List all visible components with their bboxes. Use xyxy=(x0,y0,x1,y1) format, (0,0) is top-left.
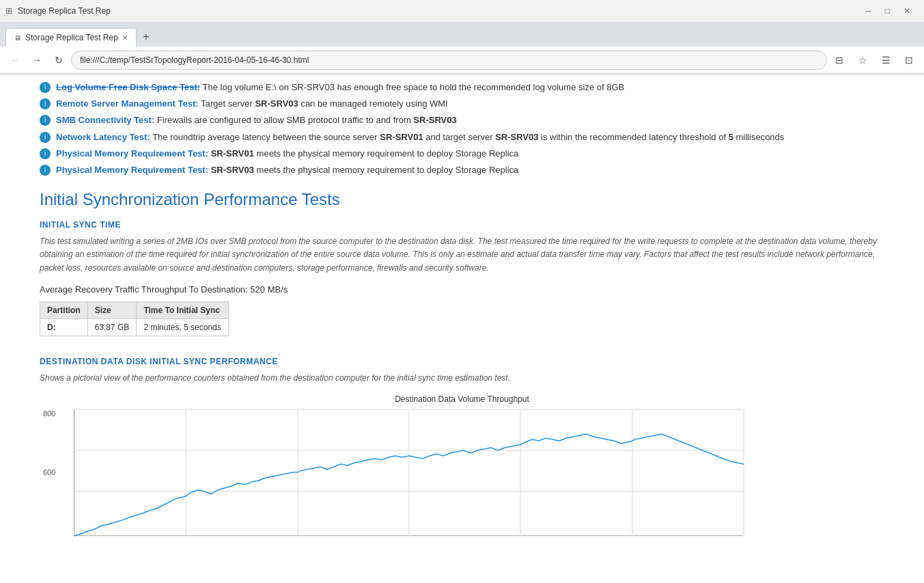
info-icon-2: i xyxy=(40,115,51,126)
subsection-initial-sync: INITIAL SYNC TIME xyxy=(40,220,884,230)
info-icon-5: i xyxy=(40,165,51,176)
address-bar[interactable]: file:///C:/temp/TestSrTopologyReport-201… xyxy=(71,51,827,70)
notif-label-5: Physical Memory Requirement Test: xyxy=(56,165,208,175)
notification-remote-server: i Remote Server Management Test: Target … xyxy=(40,98,884,110)
notif-label-2: SMB Connectivity Test: xyxy=(56,115,154,125)
notif-label-3: Network Latency Test: xyxy=(56,132,150,142)
dest-description: Shows a pictorial view of the performanc… xyxy=(40,372,884,385)
close-btn[interactable]: ✕ xyxy=(904,6,910,16)
col-time: Time To Initial Sync xyxy=(137,301,228,318)
browser-chrome: ⊞ Storage Replica Test Rep ─ □ ✕ 🖥 Stora… xyxy=(0,0,924,74)
notif-text-3: Network Latency Test: The roundtrip aver… xyxy=(56,131,784,144)
notif-text-1: Remote Server Management Test: Target se… xyxy=(56,98,448,110)
section-heading: Initial Synchronization Performance Test… xyxy=(40,190,884,209)
title-bar: ⊞ Storage Replica Test Rep ─ □ ✕ xyxy=(0,0,924,22)
tab-title: Storage Replica Test Rep xyxy=(25,33,118,42)
cell-partition: D: xyxy=(40,318,88,336)
chart-container: Destination Data Volume Throughput 800 6… xyxy=(40,394,884,538)
col-partition: Partition xyxy=(40,301,88,318)
subsection-dest: DESTINATION DATA DISK INITIAL SYNC PERFO… xyxy=(40,357,884,366)
tab-bar: 🖥 Storage Replica Test Rep ✕ + xyxy=(0,22,924,46)
extensions-icon[interactable]: ⊡ xyxy=(899,51,919,70)
notif-text-5: Physical Memory Requirement Test: SR-SRV… xyxy=(56,164,518,176)
minimize-btn[interactable]: ─ xyxy=(865,6,871,16)
cell-size: 63.87 GB xyxy=(87,318,137,336)
refresh-button[interactable]: ↻ xyxy=(49,51,68,70)
sync-description: This test simulated writing a series of … xyxy=(40,235,884,275)
notif-label-0: Log Volume Free Disk Space Test: xyxy=(56,82,200,92)
notification-latency: i Network Latency Test: The roundtrip av… xyxy=(40,131,884,144)
info-icon-3: i xyxy=(40,132,51,143)
notif-text-2: SMB Connectivity Test: Firewalls are con… xyxy=(56,114,457,126)
nav-bar: ← → ↻ file:///C:/temp/TestSrTopologyRepo… xyxy=(0,46,924,74)
throughput-label: Average Recovery Traffic Throughput To D… xyxy=(40,284,884,295)
info-icon-0: i xyxy=(40,82,51,93)
notifications-section: i Log Volume Free Disk Space Test: The l… xyxy=(40,74,884,176)
info-icon-1: i xyxy=(40,98,51,109)
page-content: i Log Volume Free Disk Space Test: The l… xyxy=(0,74,924,583)
table-header-row: Partition Size Time To Initial Sync xyxy=(40,301,229,318)
toolbar-icons: ⊟ ☆ ☰ ⊡ xyxy=(830,51,919,70)
reader-view-icon[interactable]: ⊟ xyxy=(830,51,849,70)
active-tab[interactable]: 🖥 Storage Replica Test Rep ✕ xyxy=(5,28,137,46)
window-icon: ⊞ xyxy=(5,6,12,16)
notif-label-1: Remote Server Management Test: xyxy=(56,98,199,109)
col-size: Size xyxy=(87,301,137,318)
notif-text-0: Log Volume Free Disk Space Test: The log… xyxy=(56,81,624,94)
back-button[interactable]: ← xyxy=(5,51,25,70)
notification-log-volume: i Log Volume Free Disk Space Test: The l… xyxy=(40,81,884,94)
sync-table: Partition Size Time To Initial Sync D: 6… xyxy=(40,301,229,336)
chart-wrapper: 800 600 0 xyxy=(74,409,884,538)
address-text: file:///C:/temp/TestSrTopologyReport-201… xyxy=(80,55,309,65)
chart-title: Destination Data Volume Throughput xyxy=(40,394,884,404)
new-tab-button[interactable]: + xyxy=(137,27,156,46)
chart-svg xyxy=(74,409,743,536)
y-label-800: 800 xyxy=(43,409,55,418)
maximize-btn[interactable]: □ xyxy=(885,6,890,16)
notif-text-4: Physical Memory Requirement Test: SR-SRV… xyxy=(56,148,518,160)
notification-smb: i SMB Connectivity Test: Firewalls are c… xyxy=(40,114,884,126)
window-title: Storage Replica Test Rep xyxy=(18,6,865,16)
forward-button[interactable]: → xyxy=(27,51,46,70)
tab-close-icon[interactable]: ✕ xyxy=(122,34,128,42)
cell-time: 2 minutes, 5 seconds xyxy=(137,318,228,336)
notification-memory-2: i Physical Memory Requirement Test: SR-S… xyxy=(40,164,884,176)
y-label-600: 600 xyxy=(43,468,55,476)
notif-label-4: Physical Memory Requirement Test: xyxy=(56,148,208,159)
menu-icon[interactable]: ☰ xyxy=(876,51,895,70)
notification-memory-1: i Physical Memory Requirement Test: SR-S… xyxy=(40,148,884,160)
info-icon-4: i xyxy=(40,148,51,159)
bookmark-icon[interactable]: ☆ xyxy=(853,51,872,70)
table-row: D: 63.87 GB 2 minutes, 5 seconds xyxy=(40,318,229,336)
y-axis: 800 600 0 xyxy=(43,409,55,536)
tab-favicon: 🖥 xyxy=(14,34,21,42)
